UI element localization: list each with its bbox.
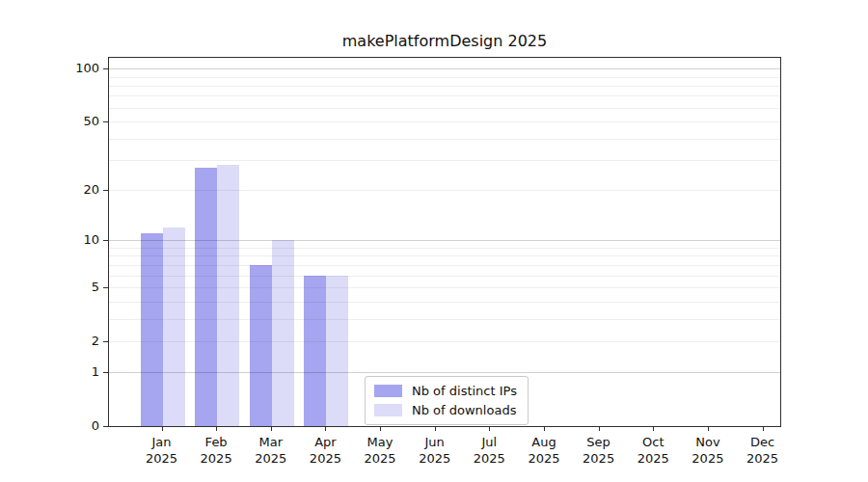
gridline-minor xyxy=(109,139,780,140)
y-tick xyxy=(103,341,108,342)
gridline-major xyxy=(109,68,780,69)
gridline-minor xyxy=(109,95,780,96)
bar-nb-of-distinct-ips-jan xyxy=(141,233,163,426)
gridline-minor xyxy=(109,287,780,288)
y-tick-label: 0 xyxy=(38,419,99,433)
chart-title: makePlatformDesign 2025 xyxy=(108,32,781,50)
legend-item-distinct-ips: Nb of distinct IPs xyxy=(374,384,517,398)
x-tick-label-jan: Jan 2025 xyxy=(134,434,190,467)
bar-nb-of-downloads-apr xyxy=(326,276,348,426)
y-tick xyxy=(103,68,108,69)
x-tick-label-aug: Aug 2025 xyxy=(516,434,572,467)
x-tick-label-apr: Apr 2025 xyxy=(297,434,353,467)
x-tick xyxy=(325,426,326,431)
x-tick xyxy=(435,426,436,431)
plot-area xyxy=(108,57,781,427)
y-tick-label: 2 xyxy=(38,335,99,348)
bar-nb-of-distinct-ips-apr xyxy=(304,276,326,426)
y-tick xyxy=(103,372,108,373)
gridline-minor xyxy=(109,86,780,87)
legend-swatch-distinct-ips xyxy=(374,385,402,397)
gridline-minor xyxy=(109,108,780,109)
gridline-minor xyxy=(109,276,780,277)
x-tick-label-may: May 2025 xyxy=(352,434,408,467)
gridline-minor xyxy=(109,319,780,320)
bar-nb-of-downloads-mar xyxy=(272,240,294,426)
x-tick-label-sep: Sep 2025 xyxy=(571,434,627,467)
y-tick-label: 50 xyxy=(38,115,99,128)
gridline-minor xyxy=(109,190,780,191)
legend-label-downloads: Nb of downloads xyxy=(412,403,516,417)
x-tick-label-feb: Feb 2025 xyxy=(188,434,244,467)
x-tick-label-mar: Mar 2025 xyxy=(243,434,299,467)
x-tick xyxy=(544,426,545,431)
x-tick xyxy=(653,426,654,431)
legend-swatch-downloads xyxy=(374,404,402,416)
gridline-minor xyxy=(109,160,780,161)
y-tick-label: 20 xyxy=(38,183,99,197)
y-tick-label: 10 xyxy=(38,233,99,247)
figure: makePlatformDesign 2025 0125102050100Jan… xyxy=(0,0,868,482)
legend-label-distinct-ips: Nb of distinct IPs xyxy=(412,384,517,398)
gridline-major xyxy=(109,240,780,241)
y-tick-label: 5 xyxy=(38,281,99,294)
bar-nb-of-distinct-ips-feb xyxy=(195,168,217,426)
x-tick-label-dec: Dec 2025 xyxy=(735,434,791,467)
bar-nb-of-distinct-ips-mar xyxy=(250,265,272,426)
x-tick xyxy=(271,426,272,431)
gridline-minor xyxy=(109,77,780,78)
x-tick-label-jul: Jul 2025 xyxy=(461,434,517,467)
x-tick-label-oct: Oct 2025 xyxy=(625,434,681,467)
legend-item-downloads: Nb of downloads xyxy=(374,403,517,417)
gridline-minor xyxy=(109,341,780,342)
x-tick-label-nov: Nov 2025 xyxy=(680,434,736,467)
gridline-minor xyxy=(109,255,780,256)
bar-nb-of-downloads-feb xyxy=(217,165,239,426)
y-tick xyxy=(103,426,108,427)
x-tick xyxy=(162,426,163,431)
y-tick-label: 100 xyxy=(38,62,99,75)
gridline-major xyxy=(109,372,780,373)
gridline-minor xyxy=(109,248,780,249)
y-tick-label: 1 xyxy=(38,365,99,379)
x-tick xyxy=(216,426,217,431)
y-tick xyxy=(103,121,108,122)
x-tick xyxy=(380,426,381,431)
x-tick-label-jun: Jun 2025 xyxy=(407,434,463,467)
gridline-minor xyxy=(109,121,780,122)
legend: Nb of distinct IPs Nb of downloads xyxy=(365,376,529,425)
y-tick xyxy=(103,287,108,288)
gridline-minor xyxy=(109,265,780,266)
x-tick xyxy=(489,426,490,431)
x-tick xyxy=(763,426,764,431)
x-tick xyxy=(708,426,709,431)
y-tick xyxy=(103,240,108,241)
gridline-minor xyxy=(109,302,780,303)
y-tick xyxy=(103,190,108,191)
bar-nb-of-downloads-jan xyxy=(163,228,185,426)
x-tick xyxy=(599,426,600,431)
